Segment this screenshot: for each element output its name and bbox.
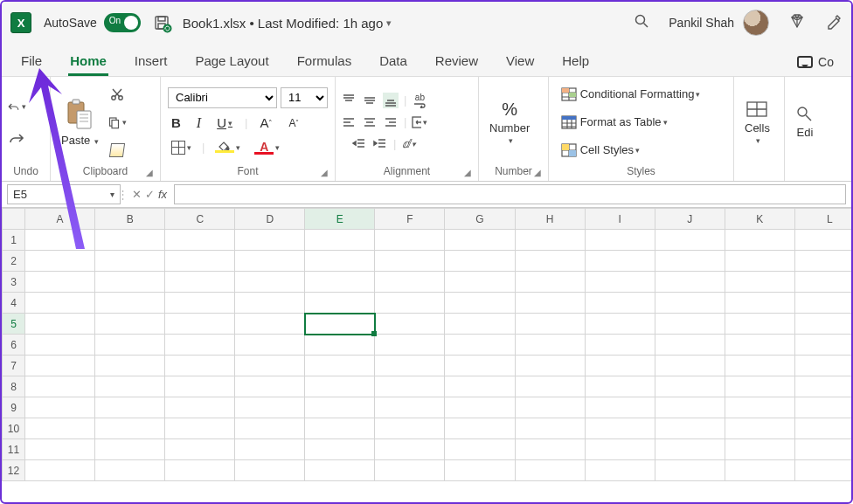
cell[interactable] <box>165 272 235 293</box>
cell[interactable] <box>25 335 95 356</box>
cell[interactable] <box>585 397 655 418</box>
cell[interactable] <box>95 314 165 335</box>
diamond-icon[interactable] <box>788 12 806 33</box>
cell[interactable] <box>165 230 235 251</box>
cell[interactable] <box>25 293 95 314</box>
cell[interactable] <box>25 272 95 293</box>
cell[interactable] <box>655 230 725 251</box>
cell[interactable] <box>585 293 655 314</box>
align-middle-icon[interactable] <box>362 93 378 108</box>
select-all-corner[interactable] <box>3 209 25 230</box>
cell[interactable] <box>95 293 165 314</box>
cell[interactable] <box>95 230 165 251</box>
formula-input[interactable] <box>174 184 846 204</box>
paste-button[interactable]: Paste ▾ <box>56 95 104 148</box>
cell[interactable] <box>95 376 165 397</box>
autosave-toggle[interactable]: On <box>104 13 141 32</box>
col-header[interactable]: A <box>25 209 95 230</box>
cell[interactable] <box>375 418 445 439</box>
cell[interactable] <box>95 251 165 272</box>
font-color-icon[interactable]: A▾ <box>251 138 283 157</box>
borders-icon[interactable]: ▾ <box>168 138 195 157</box>
chevron-down-icon[interactable]: ▾ <box>110 190 114 199</box>
cell[interactable] <box>725 460 794 481</box>
number-dialog-launcher[interactable]: ◢ <box>534 168 541 177</box>
col-header[interactable]: G <box>445 209 515 230</box>
cell[interactable] <box>305 335 375 356</box>
cell[interactable] <box>305 356 375 376</box>
cell[interactable] <box>305 230 375 251</box>
row-header[interactable]: 9 <box>3 397 25 418</box>
cell[interactable] <box>165 397 235 418</box>
cell[interactable] <box>515 439 585 460</box>
cell[interactable] <box>25 230 95 251</box>
cell[interactable] <box>445 335 515 356</box>
cell[interactable] <box>25 356 95 376</box>
cell[interactable] <box>655 251 725 272</box>
font-dialog-launcher[interactable]: ◢ <box>321 168 328 177</box>
cell[interactable] <box>375 314 445 335</box>
enter-formula-icon[interactable]: ✓ <box>145 188 155 201</box>
cell[interactable] <box>585 230 655 251</box>
cell[interactable] <box>25 439 95 460</box>
cell[interactable] <box>515 272 585 293</box>
cut-icon[interactable] <box>107 85 127 104</box>
format-as-table-button[interactable]: Format as Table▾ <box>558 113 671 132</box>
cell[interactable] <box>655 314 725 335</box>
cell[interactable] <box>375 293 445 314</box>
row-header[interactable]: 4 <box>3 293 25 314</box>
cell-styles-button[interactable]: Cell Styles▾ <box>558 141 643 160</box>
font-size-combo[interactable]: 11 <box>281 87 328 108</box>
cell[interactable] <box>95 439 165 460</box>
cell[interactable] <box>235 272 305 293</box>
row-header[interactable]: 6 <box>3 335 25 356</box>
conditional-formatting-button[interactable]: Conditional Formatting▾ <box>558 85 704 104</box>
cell[interactable] <box>25 251 95 272</box>
cell[interactable] <box>165 460 235 481</box>
cell[interactable] <box>725 272 794 293</box>
name-box[interactable]: E5 ▾ <box>7 184 121 204</box>
cell[interactable] <box>165 293 235 314</box>
row-header[interactable]: 3 <box>3 272 25 293</box>
align-right-icon[interactable] <box>383 114 399 130</box>
cell[interactable] <box>375 251 445 272</box>
col-header[interactable]: D <box>235 209 305 230</box>
cell[interactable] <box>95 418 165 439</box>
cell[interactable] <box>585 460 655 481</box>
tab-data[interactable]: Data <box>378 48 409 76</box>
cell[interactable] <box>235 230 305 251</box>
fx-icon[interactable]: fx <box>158 188 167 201</box>
row-header[interactable]: 11 <box>3 439 25 460</box>
merge-center-icon[interactable]: ▾ <box>412 114 427 130</box>
cell[interactable] <box>375 397 445 418</box>
cell[interactable] <box>794 314 851 335</box>
cell[interactable] <box>165 356 235 376</box>
redo-icon[interactable] <box>7 128 26 148</box>
number-format-button[interactable]: % Number ▾ <box>484 98 535 147</box>
cell[interactable] <box>445 397 515 418</box>
cell[interactable] <box>235 376 305 397</box>
cell[interactable] <box>585 314 655 335</box>
cell[interactable] <box>655 397 725 418</box>
col-header[interactable]: J <box>655 209 725 230</box>
fill-color-icon[interactable]: ▾ <box>212 138 244 157</box>
cell[interactable] <box>515 460 585 481</box>
align-center-icon[interactable] <box>362 114 378 130</box>
pen-icon[interactable] <box>825 12 843 33</box>
cell[interactable] <box>165 251 235 272</box>
align-top-icon[interactable] <box>341 93 357 108</box>
cell[interactable] <box>445 460 515 481</box>
col-header[interactable]: F <box>375 209 445 230</box>
cell[interactable] <box>794 460 851 481</box>
align-bottom-icon[interactable] <box>383 93 399 108</box>
col-header[interactable]: K <box>725 209 794 230</box>
cell[interactable] <box>515 397 585 418</box>
row-header[interactable]: 5 <box>3 314 25 335</box>
cell[interactable] <box>25 397 95 418</box>
row-header[interactable]: 2 <box>3 251 25 272</box>
cell[interactable] <box>375 272 445 293</box>
cell[interactable] <box>445 314 515 335</box>
copy-icon[interactable]: ▾ <box>107 113 127 132</box>
align-left-icon[interactable] <box>341 114 357 130</box>
cell[interactable] <box>725 251 794 272</box>
